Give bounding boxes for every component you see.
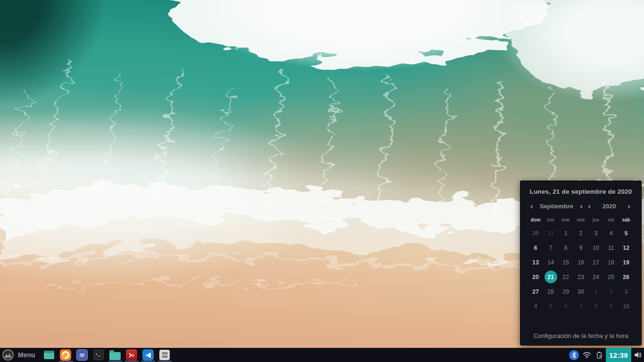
day-of-week-label: dom bbox=[528, 217, 543, 222]
calendar-navigation: ‹ Septiembre › ‹ 2020 › bbox=[528, 202, 634, 210]
calendar-day[interactable]: 24 bbox=[588, 270, 603, 284]
calendar-day[interactable]: 12 bbox=[619, 240, 634, 255]
calendar-day[interactable]: 14 bbox=[543, 255, 558, 270]
calendar-day[interactable]: 6 bbox=[558, 299, 573, 313]
calendar-popup: Lunes, 21 de septiembre de 2020 ‹ Septie… bbox=[520, 181, 642, 346]
calendar-day[interactable]: 26 bbox=[619, 270, 634, 284]
vscode-icon bbox=[142, 349, 154, 361]
day-of-week-header-row: domlunmarmiéjueviesáb bbox=[528, 217, 634, 222]
calendar-day-selected[interactable]: 21 bbox=[543, 270, 558, 284]
bluetooth-icon bbox=[569, 350, 579, 360]
calendar-day[interactable]: 20 bbox=[528, 270, 543, 284]
system-monitor-button[interactable] bbox=[157, 348, 173, 362]
calendar-day[interactable]: 2 bbox=[603, 284, 619, 299]
calendar-day[interactable]: 10 bbox=[619, 299, 634, 313]
firefox-button[interactable] bbox=[58, 348, 74, 362]
vscode-button[interactable] bbox=[140, 348, 157, 362]
year-label: 2020 bbox=[603, 203, 616, 210]
year-selector: ‹ 2020 › bbox=[585, 202, 634, 210]
day-of-week-label: mié bbox=[573, 217, 588, 222]
volume-icon bbox=[634, 351, 642, 359]
terminal-button[interactable]: ›_ bbox=[91, 348, 107, 362]
calendar-day[interactable]: 19 bbox=[619, 255, 634, 270]
show-desktop-button[interactable] bbox=[41, 348, 58, 362]
calendar-day[interactable]: 22 bbox=[558, 270, 573, 284]
wifi-icon bbox=[583, 352, 591, 359]
day-of-week-label: mar bbox=[558, 217, 573, 222]
calendar-day[interactable]: 18 bbox=[603, 255, 619, 270]
bluetooth-button[interactable] bbox=[568, 348, 580, 362]
calendar-day[interactable]: 28 bbox=[543, 284, 558, 299]
files-button[interactable] bbox=[107, 348, 124, 362]
calendar-grid: 3031123456789101112131415161718192021222… bbox=[528, 226, 634, 313]
app-launcher-bar: ✉›_ bbox=[41, 348, 173, 362]
calendar-day[interactable]: 25 bbox=[603, 270, 619, 284]
firefox-icon bbox=[60, 349, 71, 361]
calendar-day[interactable]: 8 bbox=[558, 240, 573, 255]
clock-applet[interactable]: 12:39 bbox=[606, 348, 631, 362]
day-of-week-label: lun bbox=[543, 217, 558, 222]
previous-year-button[interactable]: ‹ bbox=[587, 202, 593, 210]
battery-button[interactable] bbox=[593, 348, 606, 362]
calendar-day[interactable]: 29 bbox=[558, 284, 573, 299]
root-terminal-icon bbox=[126, 349, 137, 361]
datetime-settings-link[interactable]: Configuración de la fecha y la hora bbox=[528, 329, 634, 339]
calendar-day[interactable]: 2 bbox=[573, 226, 588, 240]
battery-charging-icon bbox=[596, 351, 603, 359]
calendar-full-date: Lunes, 21 de septiembre de 2020 bbox=[528, 188, 634, 195]
show-desktop-icon bbox=[44, 351, 54, 359]
volume-button[interactable] bbox=[631, 348, 644, 362]
day-of-week-label: jue bbox=[588, 217, 603, 222]
calendar-day[interactable]: 1 bbox=[558, 226, 573, 240]
calendar-day[interactable]: 4 bbox=[603, 226, 619, 240]
calendar-day[interactable]: 13 bbox=[528, 255, 543, 270]
calendar-day[interactable]: 7 bbox=[573, 299, 588, 313]
calendar-day[interactable]: 23 bbox=[573, 270, 588, 284]
calendar-day[interactable]: 30 bbox=[528, 226, 543, 240]
system-tray: 12:39 bbox=[568, 348, 644, 362]
system-monitor-icon bbox=[159, 350, 170, 360]
calendar-day[interactable]: 9 bbox=[573, 240, 588, 255]
calendar-day[interactable]: 31 bbox=[543, 226, 558, 240]
mail-icon: ✉ bbox=[76, 349, 88, 361]
next-year-button[interactable]: › bbox=[626, 202, 632, 210]
month-label: Septiembre bbox=[540, 203, 573, 210]
calendar-day[interactable]: 1 bbox=[588, 284, 603, 299]
previous-month-button[interactable]: ‹ bbox=[529, 202, 535, 210]
terminal-red-button[interactable] bbox=[124, 348, 140, 362]
calendar-day[interactable]: 3 bbox=[588, 226, 603, 240]
calendar-day[interactable]: 6 bbox=[528, 240, 543, 255]
calendar-day[interactable]: 10 bbox=[588, 240, 603, 255]
mail-button[interactable]: ✉ bbox=[74, 348, 91, 362]
terminal-icon: ›_ bbox=[93, 350, 104, 360]
calendar-day[interactable]: 8 bbox=[588, 299, 603, 313]
files-folder-icon bbox=[109, 352, 121, 360]
calendar-day[interactable]: 5 bbox=[619, 226, 634, 240]
calendar-day[interactable]: 15 bbox=[558, 255, 573, 270]
calendar-day[interactable]: 3 bbox=[619, 284, 634, 299]
day-of-week-label: sáb bbox=[619, 217, 634, 222]
month-selector: ‹ Septiembre › bbox=[528, 202, 585, 210]
menu-button[interactable]: Menu bbox=[0, 348, 41, 362]
menu-button-label: Menu bbox=[18, 351, 35, 359]
calendar-day[interactable]: 4 bbox=[528, 299, 543, 313]
next-month-button[interactable]: › bbox=[578, 202, 584, 210]
calendar-day[interactable]: 9 bbox=[603, 299, 619, 313]
day-of-week-label: vie bbox=[603, 217, 619, 222]
calendar-day[interactable]: 27 bbox=[528, 284, 543, 299]
calendar-day[interactable]: 30 bbox=[573, 284, 588, 299]
taskbar: Menu ✉›_ 12:39 bbox=[0, 348, 644, 362]
calendar-day[interactable]: 5 bbox=[543, 299, 558, 313]
calendar-day[interactable]: 16 bbox=[573, 255, 588, 270]
calendar-day[interactable]: 11 bbox=[603, 240, 619, 255]
calendar-day[interactable]: 7 bbox=[543, 240, 558, 255]
distro-logo-icon bbox=[2, 349, 14, 361]
wifi-button[interactable] bbox=[580, 348, 593, 362]
calendar-day[interactable]: 17 bbox=[588, 255, 603, 270]
